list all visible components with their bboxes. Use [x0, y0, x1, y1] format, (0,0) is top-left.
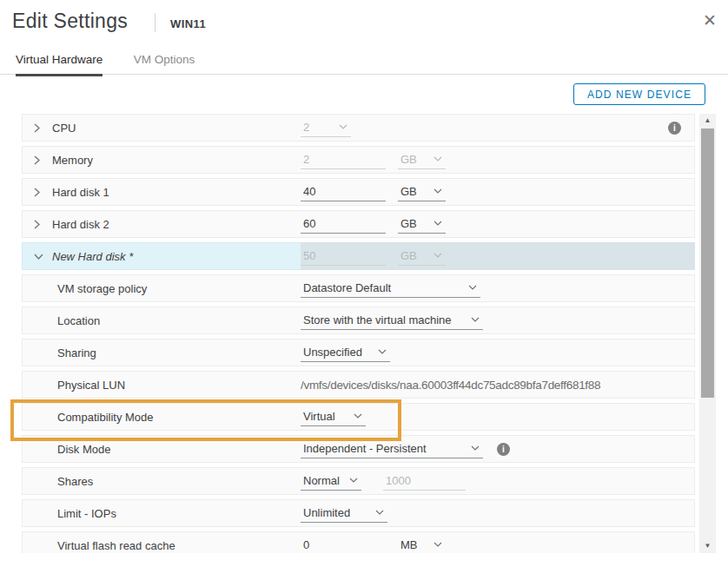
- row-compatibility-mode: Compatibility Mode Virtual: [22, 403, 695, 431]
- vflash-unit-select[interactable]: MB: [398, 536, 446, 553]
- row-physical-lun: Physical LUN /vmfs/devices/disks/naa.600…: [22, 371, 695, 399]
- row-virtual-flash-read-cache: Virtual flash read cache MB: [22, 531, 695, 553]
- chevron-down-icon: [433, 542, 442, 547]
- vm-name: WIN11: [170, 17, 206, 30]
- row-label: CPU: [52, 122, 76, 135]
- chevron-down-icon: [349, 478, 358, 483]
- scrollbar-thumb[interactable]: [701, 129, 714, 398]
- row-label: Limit - IOPs: [57, 507, 116, 520]
- tab-bar: Virtual Hardware VM Options: [0, 51, 728, 75]
- chevron-down-icon: [468, 285, 477, 290]
- expand-chevron-icon[interactable]: [34, 220, 44, 229]
- row-label: Hard disk 2: [52, 218, 109, 231]
- dialog-title: Edit Settings: [12, 10, 128, 33]
- disk-mode-select[interactable]: Independent - Persistent: [301, 439, 483, 458]
- cpu-count-select[interactable]: 2: [301, 118, 351, 137]
- row-label: Physical LUN: [57, 379, 125, 392]
- row-label: Disk Mode: [57, 443, 110, 456]
- row-limit-iops: Limit - IOPs Unlimited: [22, 499, 695, 527]
- chevron-down-icon: [354, 413, 362, 419]
- row-label: Virtual flash read cache: [57, 539, 175, 552]
- row-disk-mode: Disk Mode Independent - Persistent i: [22, 435, 695, 463]
- limit-iops-select[interactable]: Unlimited: [301, 504, 387, 523]
- disk2-unit-select[interactable]: GB: [398, 214, 446, 234]
- chevron-down-icon: [339, 124, 347, 129]
- scroll-down-icon[interactable]: ▼: [699, 542, 716, 550]
- row-hard-disk-1: Hard disk 1 GB: [22, 178, 695, 206]
- memory-size-input[interactable]: [301, 150, 386, 169]
- close-icon[interactable]: ✕: [703, 12, 717, 29]
- storage-policy-select[interactable]: Datastore Default: [301, 279, 480, 298]
- vertical-scrollbar[interactable]: ▲ ▼: [699, 114, 716, 553]
- row-label: Memory: [52, 154, 93, 167]
- row-new-hard-disk: New Hard disk * GB: [22, 242, 695, 270]
- collapse-chevron-icon[interactable]: [34, 254, 44, 260]
- chevron-down-icon: [433, 253, 442, 258]
- row-location: Location Store with the virtual machine: [22, 307, 695, 334]
- sharing-select[interactable]: Unspecified: [301, 343, 390, 362]
- new-disk-unit-select[interactable]: GB: [398, 247, 446, 266]
- chevron-down-icon: [433, 188, 442, 194]
- row-label: Shares: [57, 475, 93, 488]
- info-icon[interactable]: i: [668, 122, 681, 135]
- shares-level-select[interactable]: Normal: [301, 471, 361, 491]
- info-icon[interactable]: i: [497, 443, 510, 456]
- disk1-size-input[interactable]: [301, 182, 386, 201]
- row-label: New Hard disk *: [52, 250, 133, 263]
- row-hard-disk-2: Hard disk 2 GB: [22, 210, 695, 238]
- edit-settings-dialog: Edit Settings WIN11 ✕ Virtual Hardware V…: [0, 0, 728, 567]
- row-label: VM storage policy: [57, 282, 147, 295]
- memory-unit-select[interactable]: GB: [398, 150, 446, 169]
- compatibility-mode-select[interactable]: Virtual: [301, 407, 366, 426]
- row-cpu: CPU 2 i: [22, 114, 695, 142]
- new-disk-size-input[interactable]: [301, 247, 386, 266]
- expand-chevron-icon[interactable]: [34, 188, 44, 197]
- disk1-unit-select[interactable]: GB: [398, 182, 446, 201]
- row-vm-storage-policy: VM storage policy Datastore Default: [22, 274, 695, 302]
- row-label: Location: [57, 314, 100, 327]
- chevron-down-icon: [433, 221, 442, 226]
- title-divider: [155, 13, 156, 32]
- expand-chevron-icon[interactable]: [34, 123, 44, 133]
- disk2-size-input[interactable]: [301, 214, 386, 234]
- chevron-down-icon: [375, 510, 384, 515]
- scroll-up-icon[interactable]: ▲: [699, 116, 716, 124]
- location-select[interactable]: Store with the virtual machine: [301, 311, 483, 330]
- chevron-down-icon: [378, 349, 387, 354]
- row-shares: Shares Normal: [22, 467, 695, 495]
- chevron-down-icon: [471, 445, 480, 451]
- row-label: Compatibility Mode: [57, 411, 154, 424]
- tab-virtual-hardware[interactable]: Virtual Hardware: [16, 53, 103, 76]
- row-memory: Memory GB: [22, 146, 695, 174]
- row-sharing: Sharing Unspecified: [22, 339, 695, 366]
- chevron-down-icon: [433, 156, 442, 162]
- shares-amount-input[interactable]: [383, 471, 466, 491]
- expand-chevron-icon[interactable]: [34, 155, 44, 165]
- row-label: Hard disk 1: [52, 186, 109, 199]
- vflash-size-input[interactable]: [301, 536, 374, 553]
- settings-table: CPU 2 i Memory: [22, 114, 695, 553]
- add-new-device-button[interactable]: ADD NEW DEVICE: [573, 83, 705, 105]
- physical-lun-path: /vmfs/devices/disks/naa.60003ff44dc75adc…: [301, 379, 600, 392]
- chevron-down-icon: [471, 317, 480, 322]
- row-label: Sharing: [57, 346, 96, 359]
- tab-vm-options[interactable]: VM Options: [134, 53, 195, 74]
